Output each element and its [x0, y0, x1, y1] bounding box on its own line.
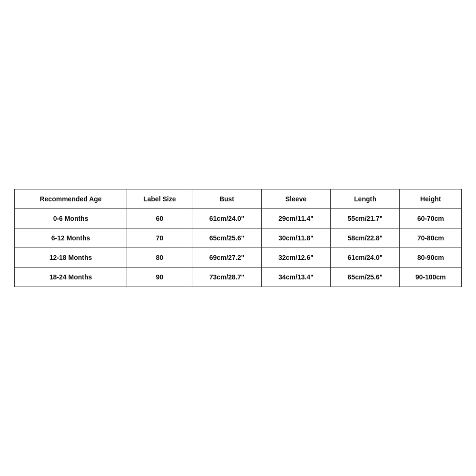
table-body: 0-6 Months6061cm/24.0"29cm/11.4"55cm/21.… — [15, 209, 462, 287]
table-cell-r3-c4: 65cm/25.6" — [330, 268, 399, 287]
table-cell-r3-c5: 90-100cm — [400, 268, 462, 287]
table-cell-r2-c1: 80 — [127, 248, 192, 268]
table-cell-r3-c2: 73cm/28.7" — [192, 268, 261, 287]
table-row: 6-12 Months7065cm/25.6"30cm/11.8"58cm/22… — [15, 228, 462, 248]
column-header-0: Recommended Age — [15, 189, 127, 209]
table-cell-r0-c0: 0-6 Months — [15, 209, 127, 228]
table-row: 12-18 Months8069cm/27.2"32cm/12.6"61cm/2… — [15, 248, 462, 268]
column-header-2: Bust — [192, 189, 261, 209]
table-cell-r1-c5: 70-80cm — [400, 228, 462, 248]
table-cell-r2-c0: 12-18 Months — [15, 248, 127, 268]
table-cell-r0-c4: 55cm/21.7" — [330, 209, 399, 228]
column-header-5: Height — [400, 189, 462, 209]
table-cell-r1-c3: 30cm/11.8" — [261, 228, 330, 248]
table-cell-r0-c3: 29cm/11.4" — [261, 209, 330, 228]
table-cell-r0-c5: 60-70cm — [400, 209, 462, 228]
table-header-row: Recommended AgeLabel SizeBustSleeveLengt… — [15, 189, 462, 209]
column-header-4: Length — [330, 189, 399, 209]
table-cell-r2-c5: 80-90cm — [400, 248, 462, 268]
table-cell-r0-c2: 61cm/24.0" — [192, 209, 261, 228]
table-cell-r2-c3: 32cm/12.6" — [261, 248, 330, 268]
size-chart-container: Recommended AgeLabel SizeBustSleeveLengt… — [14, 189, 462, 287]
table-row: 18-24 Months9073cm/28.7"34cm/13.4"65cm/2… — [15, 268, 462, 287]
table-cell-r1-c1: 70 — [127, 228, 192, 248]
table-cell-r3-c0: 18-24 Months — [15, 268, 127, 287]
size-chart-table: Recommended AgeLabel SizeBustSleeveLengt… — [14, 189, 462, 287]
table-cell-r1-c2: 65cm/25.6" — [192, 228, 261, 248]
table-cell-r3-c3: 34cm/13.4" — [261, 268, 330, 287]
column-header-3: Sleeve — [261, 189, 330, 209]
table-cell-r0-c1: 60 — [127, 209, 192, 228]
table-cell-r2-c2: 69cm/27.2" — [192, 248, 261, 268]
table-cell-r1-c4: 58cm/22.8" — [330, 228, 399, 248]
table-cell-r3-c1: 90 — [127, 268, 192, 287]
table-cell-r1-c0: 6-12 Months — [15, 228, 127, 248]
table-cell-r2-c4: 61cm/24.0" — [330, 248, 399, 268]
column-header-1: Label Size — [127, 189, 192, 209]
table-row: 0-6 Months6061cm/24.0"29cm/11.4"55cm/21.… — [15, 209, 462, 228]
